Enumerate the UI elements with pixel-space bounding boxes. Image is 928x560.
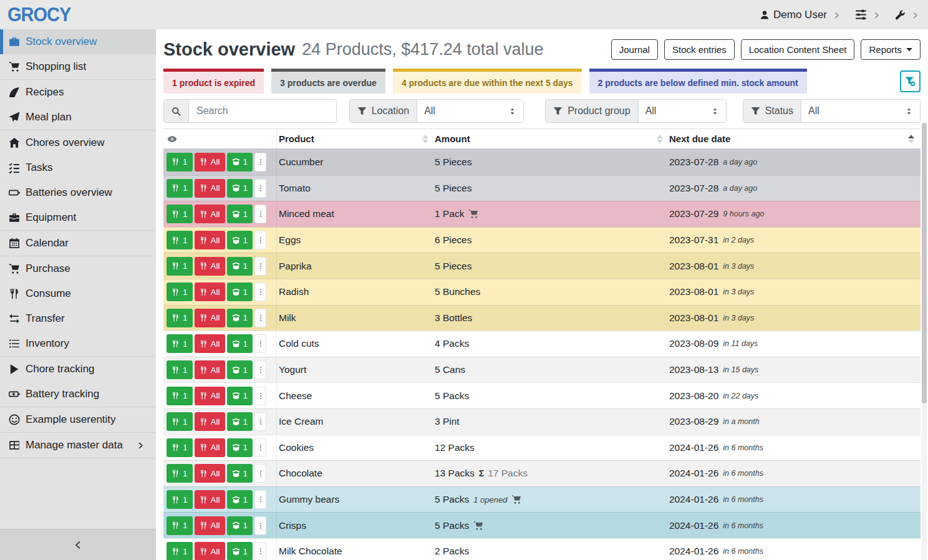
consume-all-button[interactable]: All (195, 464, 225, 483)
sidebar-item-battery-tracking[interactable]: Battery tracking (0, 382, 156, 407)
consume-all-button[interactable]: All (195, 205, 225, 223)
clear-filter-button[interactable] (900, 70, 921, 92)
row-menu-button[interactable] (254, 387, 266, 405)
consume-all-button[interactable]: All (195, 516, 225, 535)
consume-one-button[interactable]: 1 (167, 438, 193, 457)
column-header-next-due-date[interactable]: Next due date (669, 129, 921, 148)
scrollbar-thumb[interactable] (922, 123, 927, 403)
open-one-button[interactable]: 1 (227, 282, 253, 301)
consume-one-button[interactable]: 1 (167, 309, 193, 327)
open-one-button[interactable]: 1 (227, 412, 253, 431)
reports-button[interactable]: Reports (861, 39, 921, 60)
row-menu-button[interactable] (254, 282, 266, 301)
user-menu[interactable]: Demo User (760, 9, 827, 21)
open-one-button[interactable]: 1 (227, 257, 253, 276)
settings-menu[interactable] (855, 9, 867, 21)
open-one-button[interactable]: 1 (227, 153, 253, 171)
sidebar-item-meal-plan[interactable]: Meal plan (0, 105, 156, 130)
row-menu-button[interactable] (254, 516, 266, 535)
sidebar-item-manage-master-data[interactable]: Manage master data (0, 433, 156, 458)
sidebar-item-chore-tracking[interactable]: Chore tracking (0, 357, 156, 382)
consume-one-button[interactable]: 1 (167, 516, 193, 535)
admin-menu[interactable] (895, 9, 906, 20)
consume-one-button[interactable]: 1 (167, 387, 193, 405)
open-one-button[interactable]: 1 (227, 490, 253, 509)
row-menu-button[interactable] (254, 231, 266, 249)
row-menu-button[interactable] (254, 179, 266, 198)
row-menu-button[interactable] (254, 153, 266, 171)
open-one-button[interactable]: 1 (227, 205, 253, 223)
consume-one-button[interactable]: 1 (167, 490, 193, 509)
sidebar-collapse-button[interactable] (0, 529, 156, 560)
filter-select-status[interactable]: All (801, 100, 920, 122)
sidebar-item-recipes[interactable]: Recipes (0, 80, 156, 105)
consume-all-button[interactable]: All (195, 282, 225, 301)
consume-all-button[interactable]: All (195, 179, 225, 198)
row-menu-button[interactable] (254, 438, 266, 457)
alert-minstock[interactable]: 2 products are below defined min. stock … (589, 69, 807, 94)
journal-button[interactable]: Journal (611, 39, 658, 60)
sidebar-item-inventory[interactable]: Inventory (0, 331, 156, 356)
open-one-button[interactable]: 1 (227, 516, 253, 535)
consume-one-button[interactable]: 1 (167, 282, 193, 301)
alert-expired[interactable]: 1 product is expired (163, 69, 264, 94)
consume-one-button[interactable]: 1 (167, 205, 193, 223)
settings-menu-chevron-icon[interactable] (872, 9, 881, 21)
row-menu-button[interactable] (254, 205, 266, 223)
filter-select-location[interactable]: All (417, 100, 523, 122)
open-one-button[interactable]: 1 (227, 231, 253, 249)
sidebar-item-transfer[interactable]: Transfer (0, 306, 156, 331)
location-content-sheet-button[interactable]: Location Content Sheet (741, 39, 855, 60)
row-menu-button[interactable] (254, 490, 266, 509)
consume-all-button[interactable]: All (195, 490, 225, 509)
consume-all-button[interactable]: All (195, 153, 225, 171)
consume-all-button[interactable]: All (195, 231, 225, 249)
column-visibility-header[interactable] (163, 129, 277, 148)
sidebar-item-tasks[interactable]: Tasks (0, 155, 156, 180)
stock-entries-button[interactable]: Stock entries (664, 39, 735, 60)
column-header-product[interactable]: Product (277, 129, 435, 148)
open-one-button[interactable]: 1 (227, 360, 253, 379)
row-menu-button[interactable] (254, 334, 266, 353)
consume-all-button[interactable]: All (195, 334, 225, 353)
row-menu-button[interactable] (254, 309, 266, 327)
open-one-button[interactable]: 1 (227, 438, 253, 457)
admin-menu-chevron-icon[interactable] (911, 9, 919, 21)
column-header-amount[interactable]: Amount (435, 129, 669, 148)
open-one-button[interactable]: 1 (227, 179, 253, 198)
alert-due[interactable]: 4 products are due within the next 5 day… (393, 69, 582, 94)
open-one-button[interactable]: 1 (227, 309, 253, 327)
sidebar-item-shopping-list[interactable]: Shopping list (0, 54, 156, 79)
consume-all-button[interactable]: All (195, 257, 225, 276)
row-menu-button[interactable] (254, 412, 266, 431)
consume-one-button[interactable]: 1 (167, 153, 193, 171)
consume-all-button[interactable]: All (195, 412, 225, 431)
consume-all-button[interactable]: All (195, 309, 225, 327)
open-one-button[interactable]: 1 (227, 334, 253, 353)
consume-all-button[interactable]: All (195, 360, 225, 379)
consume-one-button[interactable]: 1 (167, 231, 193, 249)
row-menu-button[interactable] (254, 542, 266, 560)
consume-one-button[interactable]: 1 (167, 334, 193, 353)
consume-one-button[interactable]: 1 (167, 179, 193, 198)
sidebar-item-consume[interactable]: Consume (0, 281, 156, 306)
consume-one-button[interactable]: 1 (167, 542, 193, 560)
open-one-button[interactable]: 1 (227, 464, 253, 483)
row-menu-button[interactable] (254, 360, 266, 379)
open-one-button[interactable]: 1 (227, 542, 253, 560)
user-menu-chevron-icon[interactable] (833, 9, 841, 21)
consume-one-button[interactable]: 1 (167, 412, 193, 431)
open-one-button[interactable]: 1 (227, 387, 253, 405)
alert-overdue[interactable]: 3 products are overdue (271, 69, 385, 94)
row-menu-button[interactable] (254, 464, 266, 483)
search-input[interactable] (189, 100, 336, 122)
sidebar-item-example-userentity[interactable]: Example userentity (0, 407, 156, 432)
consume-all-button[interactable]: All (195, 438, 225, 457)
consume-all-button[interactable]: All (195, 542, 225, 560)
consume-one-button[interactable]: 1 (167, 464, 193, 483)
sidebar-item-purchase[interactable]: Purchase (0, 256, 156, 281)
sidebar-item-batteries-overview[interactable]: Batteries overview (0, 180, 156, 205)
consume-one-button[interactable]: 1 (167, 257, 193, 276)
filter-select-product-group[interactable]: All (639, 100, 726, 122)
row-menu-button[interactable] (254, 257, 266, 276)
